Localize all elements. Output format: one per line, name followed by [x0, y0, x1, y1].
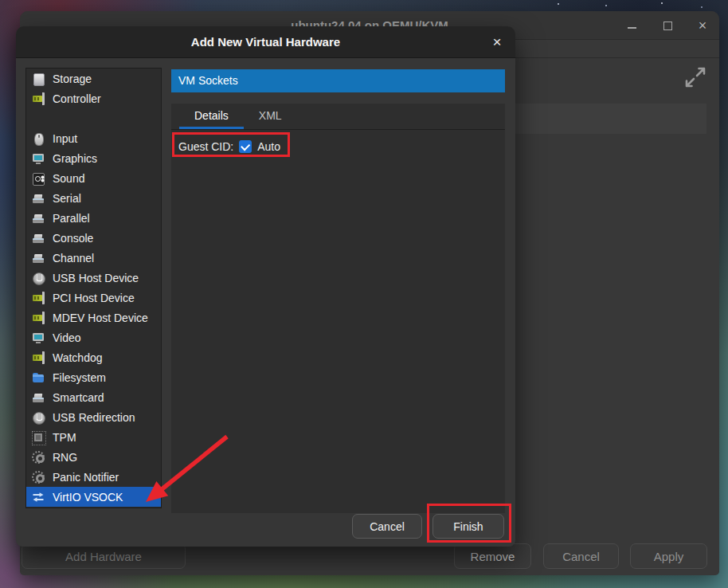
cancel-button[interactable]: Cancel — [352, 514, 422, 539]
sidebar-item-graphics[interactable]: Graphics — [26, 148, 161, 168]
sidebar-item-label: TPM — [53, 431, 76, 444]
sidebar-item-controller[interactable]: Controller — [26, 88, 161, 108]
sidebar-item-filesystem[interactable]: Filesystem — [26, 367, 161, 387]
device-icon — [32, 252, 45, 265]
device-icon — [32, 391, 45, 404]
guest-cid-row: Guest CID: Auto — [178, 137, 505, 156]
sidebar-item-serial[interactable]: Serial — [26, 188, 161, 208]
sidebar-item-label: Graphics — [53, 152, 97, 165]
dialog-title: Add New Virtual Hardware — [16, 26, 515, 58]
sidebar-item-video[interactable]: Video — [26, 327, 161, 347]
sidebar-item-label: Serial — [53, 192, 81, 205]
auto-checkbox[interactable] — [239, 140, 252, 153]
sidebar-item-empty[interactable] — [26, 108, 161, 128]
sidebar-item-parallel[interactable]: Parallel — [26, 208, 161, 228]
remove-button[interactable]: Remove — [454, 543, 531, 569]
finish-button[interactable]: Finish — [432, 514, 504, 539]
sidebar-item-tpm[interactable]: TPM — [26, 427, 161, 447]
device-icon — [32, 232, 45, 245]
sidebar-item-label: PCI Host Device — [53, 292, 135, 304]
folder-icon — [32, 371, 45, 384]
display-icon — [32, 152, 45, 165]
sidebar-item-watchdog[interactable]: Watchdog — [26, 347, 161, 367]
window-cancel-button[interactable]: Cancel — [543, 543, 619, 569]
sidebar-item-label: VirtIO VSOCK — [53, 491, 123, 504]
sidebar-item-label: Filesystem — [53, 371, 106, 384]
minimize-icon[interactable] — [627, 20, 638, 31]
auto-checkbox-label[interactable]: Auto — [257, 140, 280, 153]
usb-icon — [32, 411, 45, 424]
sidebar-item-label: Storage — [53, 73, 92, 85]
add-hardware-dialog: Add New Virtual Hardware × Storage Contr… — [16, 26, 515, 547]
chip-icon — [32, 312, 45, 324]
device-config-panel: Details XML Guest CID: Auto — [171, 104, 505, 513]
sidebar-item-label: Watchdog — [53, 351, 103, 364]
chip-icon — [32, 351, 45, 364]
sidebar-item-sound[interactable]: Sound — [26, 168, 161, 188]
gear-icon — [32, 471, 45, 484]
sidebar-item-panic-notifier[interactable]: Panic Notifier — [26, 467, 161, 487]
tpm-chip-icon — [32, 431, 45, 444]
sidebar-item-label: Channel — [53, 252, 94, 265]
speaker-icon — [32, 172, 45, 185]
sidebar-item-label: Smartcard — [53, 391, 104, 404]
sidebar-item-label: Parallel — [53, 212, 90, 225]
tab-details[interactable]: Details — [179, 104, 244, 129]
hardware-type-list: Storage Controller Input Graphics Sound … — [25, 68, 162, 508]
sidebar-item-label: MDEV Host Device — [53, 312, 148, 324]
dialog-close-icon[interactable]: × — [487, 26, 507, 58]
sidebar-item-rng[interactable]: RNG — [26, 447, 161, 467]
device-icon — [32, 212, 45, 225]
sidebar-item-label: Console — [53, 232, 93, 245]
wallpaper-stars — [558, 3, 559, 5]
dialog-titlebar[interactable]: Add New Virtual Hardware × — [16, 26, 515, 58]
sidebar-item-label: Sound — [53, 172, 84, 185]
sidebar-item-smartcard[interactable]: Smartcard — [26, 387, 161, 407]
sidebar-item-usb-redirection[interactable]: USB Redirection — [26, 407, 161, 427]
sidebar-item-label: Video — [53, 331, 81, 344]
sidebar-item-usb-host[interactable]: USB Host Device — [26, 268, 161, 288]
sidebar-item-channel[interactable]: Channel — [26, 248, 161, 268]
disk-icon — [32, 73, 45, 85]
chip-icon — [32, 92, 45, 105]
vsock-arrows-icon — [32, 491, 45, 504]
usb-icon — [32, 272, 45, 284]
blank-icon — [32, 112, 45, 125]
maximize-icon[interactable] — [662, 20, 673, 31]
add-hardware-button[interactable]: Add Hardware — [22, 543, 186, 569]
device-icon — [32, 192, 45, 205]
sidebar-item-label: Controller — [53, 92, 101, 105]
sidebar-item-label: RNG — [53, 451, 77, 464]
sidebar-item-storage[interactable]: Storage — [26, 69, 161, 88]
panel-title: VM Sockets — [171, 69, 505, 92]
sidebar-item-label: USB Host Device — [53, 272, 139, 284]
apply-button[interactable]: Apply — [630, 543, 707, 569]
tab-bar: Details XML — [171, 104, 505, 130]
chip-icon — [32, 292, 45, 304]
sidebar-item-label: USB Redirection — [53, 411, 135, 424]
fullscreen-expand-icon[interactable] — [683, 65, 707, 89]
sidebar-item-input[interactable]: Input — [26, 128, 161, 148]
sidebar-item-pci-host[interactable]: PCI Host Device — [26, 288, 161, 308]
sidebar-item-label: Input — [53, 132, 77, 145]
sidebar-item-mdev-host[interactable]: MDEV Host Device — [26, 308, 161, 327]
tab-xml[interactable]: XML — [244, 104, 297, 129]
gear-icon — [32, 451, 45, 464]
mouse-icon — [32, 132, 45, 145]
display-icon — [32, 331, 45, 344]
sidebar-item-console[interactable]: Console — [26, 228, 161, 248]
sidebar-item-label: Panic Notifier — [53, 471, 119, 484]
sidebar-item-virtio-vsock[interactable]: VirtIO VSOCK — [26, 487, 161, 507]
close-icon[interactable]: × — [697, 20, 708, 31]
guest-cid-label: Guest CID: — [178, 140, 233, 153]
